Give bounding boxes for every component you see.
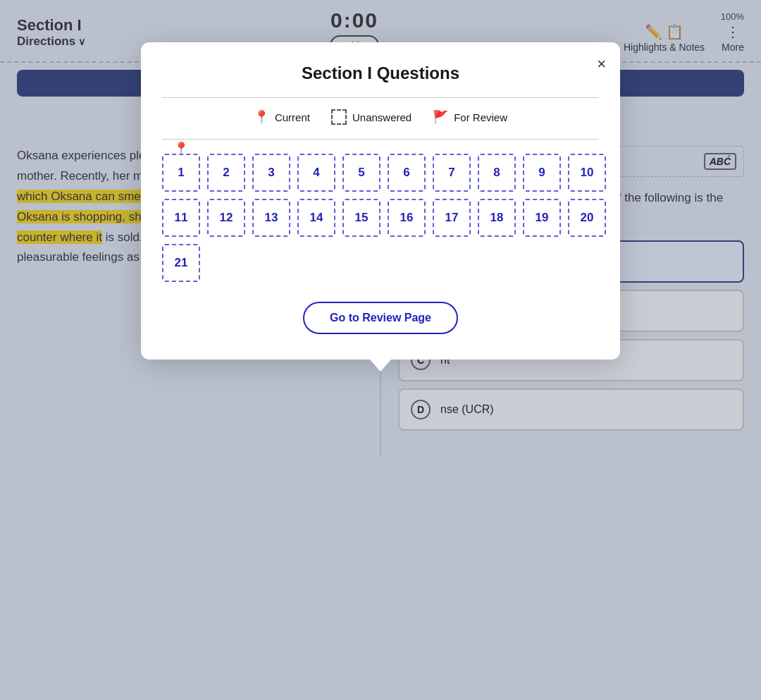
legend-for-review-label: For Review bbox=[454, 111, 507, 123]
question-cell-20[interactable]: 20 bbox=[568, 199, 606, 237]
questions-grid: 📍123456789101112131415161718192021 bbox=[162, 154, 599, 282]
legend-current-label: Current bbox=[275, 111, 310, 123]
question-number-7: 7 bbox=[448, 166, 454, 180]
section-questions-modal: × Section I Questions 📍 Current Unanswer… bbox=[141, 42, 620, 360]
question-cell-8[interactable]: 8 bbox=[478, 154, 516, 192]
legend-current: 📍 Current bbox=[254, 109, 310, 125]
question-number-17: 17 bbox=[445, 211, 459, 225]
question-cell-3[interactable]: 3 bbox=[252, 154, 290, 192]
question-cell-7[interactable]: 7 bbox=[433, 154, 471, 192]
question-number-11: 11 bbox=[175, 211, 188, 225]
question-cell-1[interactable]: 📍1 bbox=[162, 154, 200, 192]
legend-unanswered-label: Unanswered bbox=[352, 111, 412, 123]
question-number-18: 18 bbox=[490, 211, 504, 225]
question-cell-6[interactable]: 6 bbox=[388, 154, 426, 192]
question-number-21: 21 bbox=[175, 256, 188, 270]
go-to-review-button[interactable]: Go to Review Page bbox=[303, 302, 458, 334]
question-cell-5[interactable]: 5 bbox=[342, 154, 380, 192]
question-cell-11[interactable]: 11 bbox=[162, 199, 200, 237]
question-number-3: 3 bbox=[268, 166, 274, 180]
legend-for-review: 🚩 For Review bbox=[433, 109, 507, 125]
modal-title: Section I Questions bbox=[162, 63, 599, 83]
for-review-flag-icon: 🚩 bbox=[433, 109, 448, 125]
question-cell-4[interactable]: 4 bbox=[297, 154, 335, 192]
modal-close-button[interactable]: × bbox=[597, 55, 606, 73]
question-number-4: 4 bbox=[313, 166, 319, 180]
question-cell-10[interactable]: 10 bbox=[568, 154, 606, 192]
question-number-13: 13 bbox=[265, 211, 278, 225]
question-cell-12[interactable]: 12 bbox=[207, 199, 245, 237]
legend-unanswered: Unanswered bbox=[331, 109, 412, 125]
question-cell-13[interactable]: 13 bbox=[252, 199, 290, 237]
question-number-5: 5 bbox=[358, 166, 364, 180]
question-cell-21[interactable]: 21 bbox=[162, 244, 200, 282]
question-cell-16[interactable]: 16 bbox=[388, 199, 426, 237]
question-cell-15[interactable]: 15 bbox=[342, 199, 380, 237]
question-number-15: 15 bbox=[355, 211, 369, 225]
question-number-8: 8 bbox=[493, 166, 500, 180]
question-number-16: 16 bbox=[400, 211, 414, 225]
modal-legend: 📍 Current Unanswered 🚩 For Review bbox=[162, 109, 599, 125]
modal-divider2 bbox=[162, 139, 599, 140]
question-cell-14[interactable]: 14 bbox=[297, 199, 335, 237]
question-cell-17[interactable]: 17 bbox=[433, 199, 471, 237]
question-number-9: 9 bbox=[538, 166, 545, 180]
modal-overlay: × Section I Questions 📍 Current Unanswer… bbox=[0, 0, 761, 700]
question-cell-18[interactable]: 18 bbox=[478, 199, 516, 237]
question-number-20: 20 bbox=[581, 211, 594, 225]
question-cell-2[interactable]: 2 bbox=[207, 154, 245, 192]
question-number-14: 14 bbox=[310, 211, 323, 225]
current-pin-icon: 📍 bbox=[254, 109, 269, 125]
question-number-6: 6 bbox=[403, 166, 409, 180]
question-number-2: 2 bbox=[223, 166, 229, 180]
unanswered-box-icon bbox=[331, 109, 347, 125]
question-number-19: 19 bbox=[536, 211, 549, 225]
question-cell-19[interactable]: 19 bbox=[523, 199, 561, 237]
question-number-10: 10 bbox=[581, 166, 594, 180]
modal-arrow bbox=[369, 359, 392, 372]
question-cell-9[interactable]: 9 bbox=[523, 154, 561, 192]
modal-divider bbox=[162, 97, 599, 98]
question-number-12: 12 bbox=[220, 211, 233, 225]
question-number-1: 1 bbox=[178, 166, 184, 180]
current-question-pin: 📍 bbox=[173, 141, 189, 156]
